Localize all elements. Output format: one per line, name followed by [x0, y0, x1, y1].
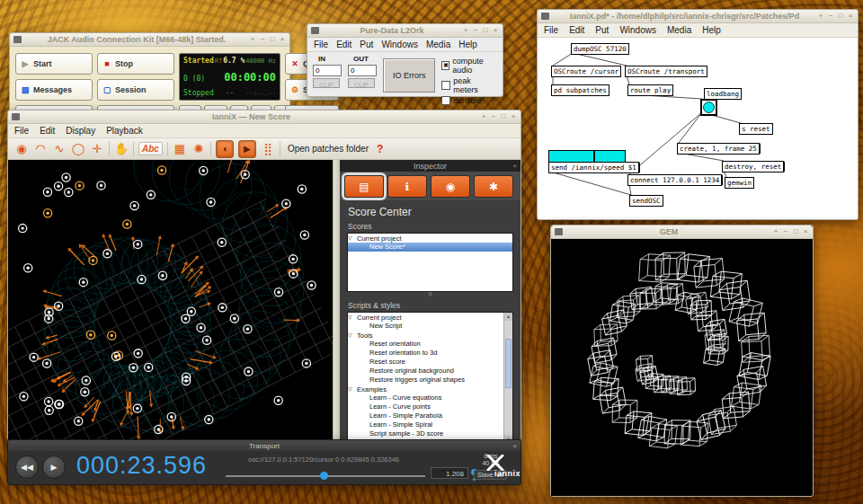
menu-windows[interactable]: Windows	[381, 40, 418, 49]
list-item[interactable]: New Script	[348, 322, 512, 331]
menu-help[interactable]: Help	[458, 40, 477, 49]
object-box[interactable]: sendOSC	[629, 195, 663, 207]
shade-button[interactable]: +	[249, 36, 256, 43]
minimize-button[interactable]: −	[472, 27, 479, 34]
menu-help[interactable]: Help	[702, 25, 721, 35]
menu-playback[interactable]: Playback	[106, 126, 143, 136]
menu-edit[interactable]: Edit	[40, 126, 55, 136]
menu-file[interactable]: File	[314, 40, 328, 49]
menu-put[interactable]: Put	[360, 40, 373, 49]
minimize-button[interactable]: −	[782, 228, 789, 235]
add-point-icon[interactable]: ◉	[14, 142, 29, 155]
minimize-button[interactable]: −	[827, 13, 834, 20]
checkbox-peak-meters[interactable]	[441, 81, 450, 90]
menu-file[interactable]: File	[14, 126, 29, 136]
shade-button[interactable]: +	[480, 113, 487, 120]
close-button[interactable]: ×	[847, 13, 854, 20]
transport-rewind-button[interactable]: ◀◀	[15, 455, 39, 479]
score-canvas[interactable]	[8, 160, 333, 442]
list-item[interactable]: Restore triggers original shapes	[348, 376, 512, 385]
shade-button[interactable]: +	[772, 228, 779, 235]
close-button[interactable]: ×	[510, 113, 517, 120]
maximize-button[interactable]: □	[482, 27, 489, 34]
tab-resources[interactable]: ✱	[474, 175, 513, 198]
text-tool-button[interactable]: Abc	[138, 142, 163, 155]
maximize-button[interactable]: □	[792, 228, 799, 235]
out-meter-value[interactable]: 0	[348, 65, 377, 76]
tab-files[interactable]: ▤	[344, 175, 384, 198]
snap-grid-icon[interactable]: ✺	[191, 142, 206, 155]
transport-titlebar[interactable]: Transport ×	[8, 440, 520, 451]
menu-put[interactable]: Put	[595, 25, 609, 35]
maximize-button[interactable]: □	[500, 113, 507, 120]
speed-hslider[interactable]	[548, 150, 626, 163]
menu-edit[interactable]: Edit	[336, 40, 351, 49]
list-item[interactable]: ▽Current project	[348, 313, 512, 322]
transport-play-button[interactable]: ▶	[42, 455, 66, 479]
mute-button[interactable]: ◖	[216, 140, 234, 158]
help-icon[interactable]: ?	[377, 143, 383, 155]
scatter-icon[interactable]: ⣿	[261, 142, 275, 155]
close-button[interactable]: ×	[802, 228, 809, 235]
list-item[interactable]: Reset score	[348, 358, 512, 367]
transport-close-icon[interactable]: ×	[512, 442, 517, 450]
gem-titlebar[interactable]: GEM +−□×	[551, 225, 813, 239]
message-box[interactable]: destroy, reset	[722, 161, 785, 172]
hand-tool-icon[interactable]: ✋	[114, 142, 129, 155]
list-item[interactable]: Learn - Curve points	[348, 402, 512, 411]
minimize-button[interactable]: −	[259, 36, 266, 43]
list-item[interactable]: ▽Examples	[348, 385, 512, 393]
menu-media[interactable]: Media	[426, 40, 450, 49]
speed-slider-thumb[interactable]	[320, 472, 328, 480]
list-item[interactable]: Restore original background	[348, 367, 512, 376]
add-curve-icon[interactable]: ◠	[33, 142, 48, 155]
inspector-close-icon[interactable]: ×	[512, 162, 517, 170]
splitter[interactable]	[333, 160, 340, 442]
object-box[interactable]: pd subpatches	[551, 84, 609, 96]
grid-icon[interactable]: ▦	[173, 142, 187, 155]
maximize-button[interactable]: □	[269, 36, 276, 43]
out-clip-button[interactable]: CLIP	[348, 78, 375, 88]
checkbox-console[interactable]	[441, 96, 450, 105]
list-item[interactable]: New Score*	[348, 243, 512, 252]
object-box[interactable]: OSCroute /cursor	[551, 66, 621, 77]
in-meter-value[interactable]: 0	[313, 65, 342, 76]
speed-slider[interactable]	[226, 475, 425, 477]
message-box[interactable]: create, 1, frame 25	[677, 143, 761, 155]
message-box[interactable]: connect 127.0.0.1 1234	[627, 174, 723, 186]
add-ellipse-icon[interactable]: ◯	[71, 142, 85, 155]
shade-button[interactable]: +	[462, 27, 469, 34]
shade-button[interactable]: +	[817, 13, 824, 20]
menu-file[interactable]: File	[544, 25, 558, 35]
menu-display[interactable]: Display	[66, 126, 95, 136]
io-errors-button[interactable]: IO Errors	[383, 58, 435, 93]
list-item[interactable]: Learn - Curve equations	[348, 393, 512, 402]
object-box[interactable]: dumpOSC 57120	[571, 43, 629, 55]
stop-button[interactable]: ■Stop	[97, 53, 174, 75]
scroll-up-icon[interactable]: ▲	[504, 313, 512, 321]
speed-value[interactable]: 1.208	[431, 467, 468, 479]
bang-toggle[interactable]	[700, 99, 717, 116]
in-clip-button[interactable]: CLIP	[313, 78, 340, 88]
list-item[interactable]: ▽Current project	[348, 234, 512, 243]
tab-infos[interactable]: ℹ	[387, 175, 427, 198]
close-button[interactable]: ×	[492, 27, 499, 34]
session-button[interactable]: ▢Session	[97, 79, 174, 101]
list-item[interactable]: Reset orientation to 3d	[348, 349, 512, 358]
close-button[interactable]: ×	[279, 36, 286, 43]
minimize-button[interactable]: −	[490, 113, 497, 120]
maximize-button[interactable]: □	[837, 13, 844, 20]
start-button[interactable]: ▶Start	[15, 53, 93, 75]
puredata-titlebar[interactable]: Pure-Data L2Ork +−□×	[307, 24, 503, 38]
object-box[interactable]: route play	[627, 84, 673, 96]
iannix-titlebar[interactable]: IanniX — New Score +−□×	[8, 111, 520, 124]
scrollbar[interactable]: ▲▼	[503, 313, 512, 442]
object-box[interactable]: gemwin	[725, 177, 754, 189]
menu-windows[interactable]: Windows	[619, 25, 656, 35]
autoplay-button[interactable]: ▶	[238, 140, 256, 158]
message-box[interactable]: send /iannix/speed $1	[548, 162, 640, 173]
add-trigger-icon[interactable]: ✛	[90, 142, 104, 155]
pd-patch-titlebar[interactable]: IanniX.pd* - /home/dlphilp/src/iannix-ch…	[538, 10, 858, 23]
object-box[interactable]: s reset	[739, 123, 773, 135]
pd-patch-canvas[interactable]: dumpOSC 57120OSCroute /cursorOSCroute /t…	[538, 38, 858, 219]
